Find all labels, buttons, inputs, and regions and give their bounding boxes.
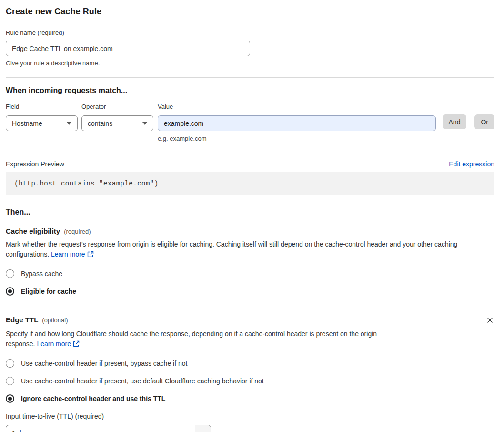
- radio-label: Bypass cache: [21, 270, 62, 278]
- edge-ttl-title: Edge TTL: [6, 316, 38, 324]
- field-label: Field: [6, 103, 78, 110]
- field-select-value: Hostname: [12, 120, 42, 127]
- cache-eligibility-section: Cache eligibility (required) Mark whethe…: [6, 227, 494, 296]
- learn-more-link[interactable]: Learn more: [37, 340, 71, 348]
- radio-cache-control-default[interactable]: Use cache-control header if present, use…: [6, 377, 494, 385]
- ttl-select-value: 1 day: [6, 425, 195, 432]
- radio-label: Use cache-control header if present, use…: [21, 377, 264, 385]
- operator-column: Operator contains: [81, 103, 153, 131]
- radio-ignore-cache-control[interactable]: Ignore cache-control header and use this…: [6, 394, 494, 403]
- value-label: Value: [158, 103, 436, 110]
- edge-ttl-section: Edge TTL (optional) Specify if and how l…: [6, 316, 494, 432]
- operator-select[interactable]: contains: [81, 115, 153, 131]
- rule-name-input[interactable]: [6, 41, 250, 56]
- operator-label: Operator: [81, 103, 153, 110]
- then-heading: Then...: [6, 208, 494, 216]
- edit-expression-link[interactable]: Edit expression: [449, 160, 494, 168]
- radio-label: Eligible for cache: [21, 288, 76, 295]
- learn-more-link[interactable]: Learn more: [51, 250, 85, 258]
- value-input[interactable]: [158, 115, 436, 131]
- cache-eligibility-description: Mark whether the request’s response from…: [6, 239, 494, 260]
- edge-ttl-options: Use cache-control header if present, byp…: [6, 359, 494, 403]
- edge-ttl-head: Edge TTL (optional): [6, 316, 68, 324]
- divider: [6, 305, 494, 305]
- radio-label: Use cache-control header if present, byp…: [21, 360, 187, 367]
- rule-name-label: Rule name (required): [6, 29, 64, 36]
- expression-row: Expression Preview Edit expression: [6, 160, 494, 168]
- value-column: Value e.g. example.com: [158, 103, 436, 142]
- radio-icon: [6, 394, 14, 403]
- operator-select-value: contains: [88, 120, 112, 127]
- radio-icon: [6, 359, 14, 368]
- chevron-down-icon: [67, 122, 71, 125]
- and-button[interactable]: And: [443, 114, 467, 129]
- edge-ttl-head-row: Edge TTL (optional): [6, 316, 494, 325]
- close-edge-ttl-button[interactable]: [485, 316, 494, 325]
- optional-badge: (optional): [42, 317, 68, 324]
- andor-buttons: And Or: [443, 114, 494, 129]
- rule-name-section: Rule name (required) Give your rule a de…: [6, 28, 494, 67]
- chevron-down-icon: [142, 122, 147, 125]
- page-title: Create new Cache Rule: [6, 7, 494, 17]
- required-badge: (required): [64, 228, 91, 235]
- cache-eligibility-options: Bypass cache Eligible for cache: [6, 269, 494, 296]
- external-link-icon: [87, 250, 94, 260]
- condition-row: Field Hostname Operator contains Value e…: [6, 103, 494, 142]
- external-link-icon: [73, 340, 80, 350]
- edge-ttl-description: Specify if and how long Cloudflare shoul…: [6, 329, 406, 350]
- match-section: When incoming requests match... Field Ho…: [6, 86, 494, 195]
- match-heading: When incoming requests match...: [6, 86, 494, 95]
- cache-eligibility-title: Cache eligibility: [6, 227, 60, 235]
- radio-eligible-for-cache[interactable]: Eligible for cache: [6, 287, 494, 296]
- radio-icon: [6, 269, 14, 278]
- radio-icon: [6, 287, 14, 296]
- radio-label: Ignore cache-control header and use this…: [21, 395, 165, 402]
- close-icon: [486, 318, 494, 325]
- expression-preview-label: Expression Preview: [6, 160, 64, 168]
- radio-icon: [6, 377, 14, 385]
- radio-bypass-cache[interactable]: Bypass cache: [6, 269, 494, 278]
- field-column: Field Hostname: [6, 103, 78, 131]
- divider: [6, 77, 494, 78]
- ttl-label: Input time-to-live (TTL) (required): [6, 412, 104, 420]
- ttl-dropdown-button[interactable]: [195, 425, 211, 432]
- ttl-input-section: Input time-to-live (TTL) (required) 1 da…: [6, 412, 494, 432]
- create-cache-rule-form: Create new Cache Rule Rule name (require…: [0, 0, 504, 432]
- or-button[interactable]: Or: [474, 114, 494, 129]
- radio-cache-control-bypass[interactable]: Use cache-control header if present, byp…: [6, 359, 494, 368]
- expression-code: (http.host contains "example.com"): [6, 172, 494, 195]
- value-help: e.g. example.com: [158, 135, 436, 142]
- cache-eligibility-head: Cache eligibility (required): [6, 227, 494, 235]
- field-select[interactable]: Hostname: [6, 115, 78, 131]
- ttl-select[interactable]: 1 day: [6, 425, 211, 432]
- rule-name-help: Give your rule a descriptive name.: [6, 60, 494, 67]
